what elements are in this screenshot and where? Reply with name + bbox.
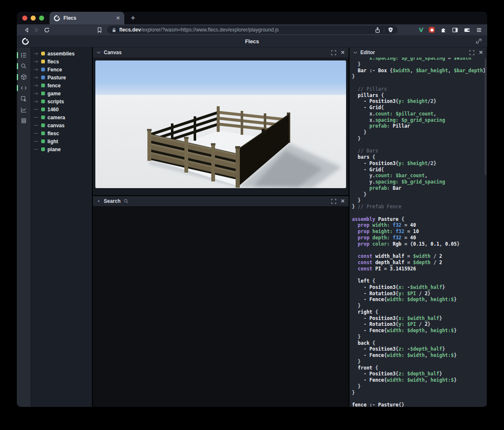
expand-arrow-icon[interactable]: ›: [34, 59, 41, 64]
sidebar-toggle-icon[interactable]: [452, 27, 458, 33]
minimize-window-button[interactable]: [31, 16, 36, 21]
reload-icon[interactable]: [42, 25, 51, 34]
close-panel-icon[interactable]: ✕: [479, 50, 483, 55]
leaf-dash-icon: [34, 133, 41, 134]
tree-item-game[interactable]: ›game: [31, 89, 92, 97]
menu-icon[interactable]: [476, 27, 482, 33]
expand-arrow-icon[interactable]: ›: [34, 91, 41, 96]
expand-arrow-icon[interactable]: ›: [34, 75, 41, 80]
canvas-panel-body: [93, 58, 349, 195]
leaf-dash-icon: [34, 117, 41, 118]
entity-color-square: [41, 60, 45, 63]
tree-item-fence[interactable]: ›fence: [31, 81, 92, 89]
url-path: /explorer/?wasm=https://www.flecs.dev/ex…: [141, 27, 278, 33]
tree-item-camera[interactable]: camera: [31, 113, 92, 121]
entity-color-square: [41, 76, 45, 79]
window-controls: [17, 16, 44, 21]
entity-color-square: [41, 92, 45, 95]
fullscreen-icon[interactable]: [469, 50, 475, 55]
vue-devtools-icon[interactable]: V: [419, 26, 423, 33]
queries-icon[interactable]: [18, 116, 30, 126]
wallet-icon[interactable]: [464, 27, 470, 33]
divider: [384, 27, 384, 32]
stats-icon[interactable]: [18, 105, 30, 115]
close-panel-icon[interactable]: ✕: [341, 199, 345, 204]
forward-icon[interactable]: [32, 25, 41, 34]
entity-color-square: [41, 52, 45, 55]
canvas-panel-header: Canvas ✕: [93, 47, 349, 58]
close-window-button[interactable]: [22, 16, 27, 21]
entity-color-square: [41, 115, 45, 119]
fence-3d-render[interactable]: [95, 60, 346, 188]
code-editor[interactable]: x.spacing: $p_grid_spacing = $width } Ba…: [349, 58, 487, 407]
tree-item-label: fence: [47, 83, 60, 89]
brave-shield-icon[interactable]: [388, 27, 394, 33]
expand-arrow-icon[interactable]: ›: [34, 83, 41, 88]
entity-color-square: [41, 84, 45, 87]
red-extension-icon[interactable]: [429, 27, 435, 33]
share-icon[interactable]: [375, 27, 381, 33]
back-icon[interactable]: [22, 25, 31, 34]
tree-item-Fence[interactable]: ›Fence: [31, 66, 92, 73]
expand-arrow-icon[interactable]: ›: [34, 51, 41, 56]
extensions-puzzle-icon[interactable]: [440, 27, 446, 33]
tree-item-plane[interactable]: plane: [31, 145, 92, 153]
tree-item-label: scripts: [47, 99, 64, 105]
expand-arrow-icon[interactable]: ›: [34, 67, 41, 72]
tree-item-label: 1460: [47, 107, 59, 113]
tab-title: Flecs: [63, 15, 76, 21]
new-tab-button[interactable]: +: [131, 13, 135, 23]
tree-item-label: canvas: [47, 123, 65, 128]
code-icon[interactable]: [18, 83, 30, 93]
tree-item-1460[interactable]: 1460: [31, 105, 92, 113]
tree-item-label: plane: [47, 147, 60, 152]
entity-color-square: [41, 139, 45, 143]
chevron-down-icon[interactable]: [353, 51, 357, 54]
search-panel-title: Search: [104, 198, 121, 204]
tab-strip: Flecs ✕ +: [17, 12, 487, 24]
search-panel-header: Search ✕: [93, 196, 349, 206]
dot-icon[interactable]: [98, 200, 100, 202]
tree-item-light[interactable]: light: [31, 137, 92, 145]
search-panel-body[interactable]: [93, 206, 349, 407]
expand-arrow-icon[interactable]: ›: [34, 99, 41, 104]
editor-panel: Editor ✕ x.spacing: $p_grid_spacing = $w…: [349, 47, 487, 407]
scrollbar-thumb[interactable]: [485, 58, 486, 175]
share-link-icon[interactable]: [475, 38, 482, 45]
entity-color-square: [41, 68, 45, 71]
close-panel-icon[interactable]: ✕: [341, 50, 345, 55]
entity-tree-panel: ›assemblies›flecs›Fence›Pasture›fence›ga…: [31, 47, 92, 407]
url-domain: flecs.dev: [119, 27, 141, 33]
chevron-down-icon[interactable]: [97, 51, 101, 54]
center-column: Canvas ✕: [93, 47, 349, 407]
editor-panel-header: Editor ✕: [349, 47, 487, 58]
editor-panel-title: Editor: [360, 50, 375, 55]
browser-window: Flecs ✕ + flecs.dev /explorer/?wasm=http…: [17, 12, 487, 407]
bookmark-icon[interactable]: [95, 25, 104, 34]
entity-tree-icon[interactable]: [18, 50, 30, 60]
entity-color-square: [41, 147, 45, 151]
main-content: ›assemblies›flecs›Fence›Pasture›fence›ga…: [17, 47, 487, 407]
tree-item-flecs[interactable]: ›flecs: [31, 58, 92, 66]
entity-color-square: [41, 108, 45, 111]
browser-tab[interactable]: Flecs ✕: [50, 12, 124, 24]
magnifier-icon: [123, 199, 129, 204]
tab-close-icon[interactable]: ✕: [116, 16, 120, 21]
tree-item-canvas[interactable]: canvas: [31, 121, 92, 129]
page-title: Flecs: [17, 38, 487, 45]
scene-icon[interactable]: [18, 72, 30, 82]
inspect-icon[interactable]: [18, 94, 30, 104]
tree-item-assemblies[interactable]: ›assemblies: [31, 50, 92, 58]
tree-item-flesc[interactable]: flesc: [31, 129, 92, 137]
fullscreen-icon[interactable]: [331, 199, 336, 204]
tree-item-label: Pasture: [47, 75, 66, 81]
search-icon[interactable]: [18, 61, 30, 71]
url-bar[interactable]: flecs.dev /explorer/?wasm=https://www.fl…: [107, 26, 398, 34]
zoom-window-button[interactable]: [39, 16, 44, 21]
tab-favicon-flecs-logo: [54, 15, 60, 21]
tree-item-Pasture[interactable]: ›Pasture: [31, 73, 92, 81]
tree-item-scripts[interactable]: ›scripts: [31, 97, 92, 105]
entity-color-square: [41, 123, 45, 127]
tree-item-label: game: [47, 91, 60, 97]
fullscreen-icon[interactable]: [331, 50, 336, 55]
